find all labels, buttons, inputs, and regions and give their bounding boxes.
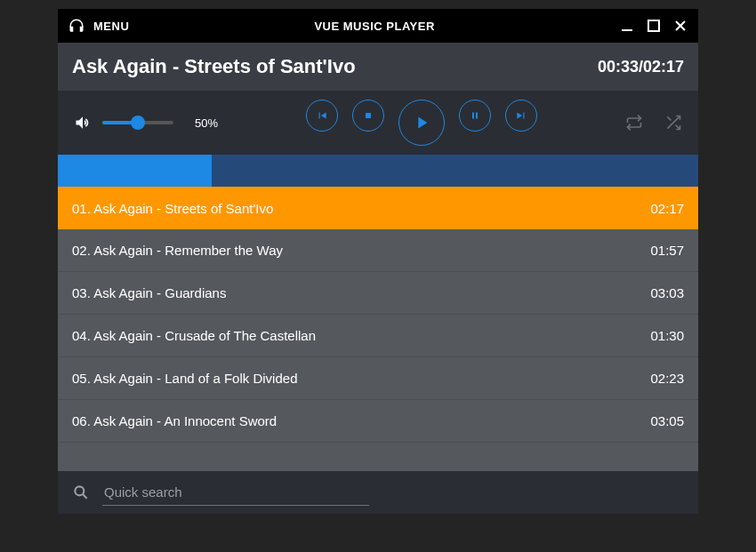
progress-fill xyxy=(58,155,212,187)
playlist: 01. Ask Again - Streets of Sant'Ivo02:17… xyxy=(58,187,698,471)
svg-rect-4 xyxy=(366,113,371,118)
svg-rect-5 xyxy=(472,113,474,119)
track-duration: 01:57 xyxy=(650,243,684,258)
track-duration: 02:17 xyxy=(650,201,684,216)
now-playing-time: 00:33/02:17 xyxy=(598,58,684,76)
repeat-button[interactable] xyxy=(625,114,643,132)
track-title: 03. Ask Again - Guardians xyxy=(72,285,226,300)
svg-rect-1 xyxy=(648,20,659,31)
pause-button[interactable] xyxy=(459,100,491,132)
track-row[interactable]: 04. Ask Again - Crusade of The Castellan… xyxy=(58,315,698,357)
search-input[interactable] xyxy=(102,479,369,506)
music-player-window: MENU VUE MUSIC PLAYER Ask Again - Street… xyxy=(58,9,698,514)
controls-bar: 50% xyxy=(58,91,698,155)
track-title: 06. Ask Again - An Innocent Sword xyxy=(72,413,277,428)
track-duration: 03:05 xyxy=(650,413,684,428)
next-button[interactable] xyxy=(505,100,537,132)
track-duration: 02:23 xyxy=(650,371,684,386)
track-duration: 03:03 xyxy=(650,285,684,300)
volume-slider[interactable] xyxy=(102,121,173,124)
search-bar xyxy=(58,471,698,514)
svg-rect-0 xyxy=(622,29,632,31)
track-row[interactable]: 01. Ask Again - Streets of Sant'Ivo02:17 xyxy=(58,187,698,229)
now-playing-title: Ask Again - Streets of Sant'Ivo xyxy=(72,55,356,78)
track-title: 02. Ask Again - Remember the Way xyxy=(72,243,283,258)
svg-rect-6 xyxy=(476,113,478,119)
play-button[interactable] xyxy=(398,100,445,146)
headphones-icon xyxy=(68,18,84,34)
progress-bar[interactable] xyxy=(58,155,698,187)
minimize-button[interactable] xyxy=(620,19,634,33)
track-row[interactable]: 02. Ask Again - Remember the Way01:57 xyxy=(58,229,698,272)
previous-button[interactable] xyxy=(306,100,338,132)
volume-icon[interactable] xyxy=(74,114,92,132)
app-title: VUE MUSIC PLAYER xyxy=(129,20,620,33)
search-icon xyxy=(72,484,90,501)
menu-button[interactable]: MENU xyxy=(93,20,129,33)
maximize-button[interactable] xyxy=(647,19,661,33)
now-playing-bar: Ask Again - Streets of Sant'Ivo 00:33/02… xyxy=(58,43,698,91)
close-button[interactable] xyxy=(673,19,688,33)
track-title: 05. Ask Again - Land of a Folk Divided xyxy=(72,371,297,386)
track-row[interactable]: 05. Ask Again - Land of a Folk Divided02… xyxy=(58,357,698,400)
svg-point-7 xyxy=(75,486,84,495)
shuffle-button[interactable] xyxy=(664,114,682,132)
track-row[interactable]: 03. Ask Again - Guardians03:03 xyxy=(58,272,698,315)
track-duration: 01:30 xyxy=(650,328,684,343)
titlebar: MENU VUE MUSIC PLAYER xyxy=(58,9,698,43)
track-row[interactable]: 06. Ask Again - An Innocent Sword03:05 xyxy=(58,400,698,443)
track-title: 01. Ask Again - Streets of Sant'Ivo xyxy=(72,201,273,216)
svg-line-8 xyxy=(83,494,87,499)
volume-percent: 50% xyxy=(195,116,218,130)
stop-button[interactable] xyxy=(352,100,384,132)
track-title: 04. Ask Again - Crusade of The Castellan xyxy=(72,328,316,343)
